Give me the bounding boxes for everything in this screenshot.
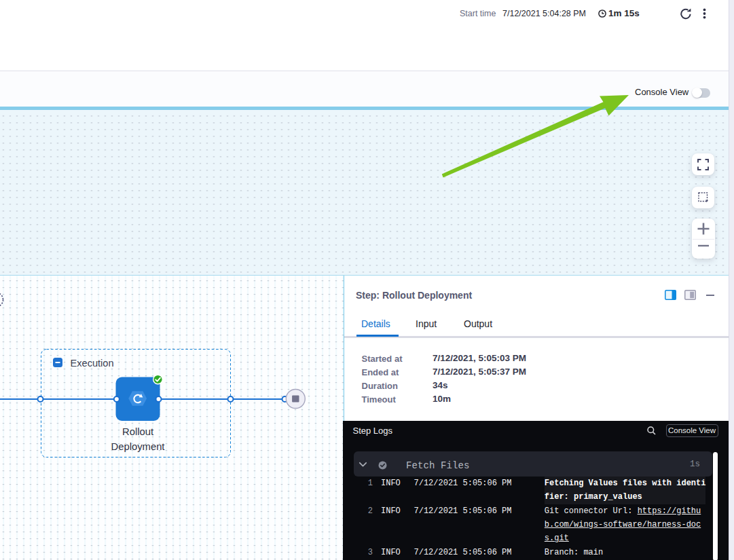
svg-text:Rollout: Rollout	[122, 426, 153, 437]
svg-text:Deployment: Deployment	[111, 441, 165, 452]
svg-text:Execution: Execution	[71, 358, 114, 369]
